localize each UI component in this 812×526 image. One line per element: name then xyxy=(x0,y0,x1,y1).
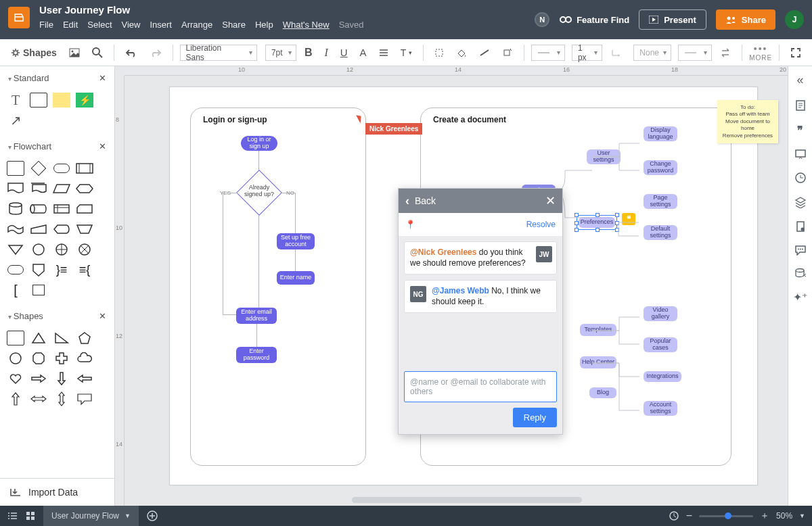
node-change-pw[interactable]: Change password xyxy=(644,160,677,175)
present-button[interactable]: Present xyxy=(639,9,706,30)
node-blog[interactable]: Blog xyxy=(589,387,616,398)
user-avatar[interactable]: J xyxy=(785,10,804,29)
swap-icon[interactable] xyxy=(716,45,735,60)
reply-button[interactable]: Reply xyxy=(513,408,557,427)
fullscreen-icon[interactable] xyxy=(786,45,805,61)
sh-cross[interactable] xyxy=(53,351,70,366)
fc-sum[interactable] xyxy=(53,242,70,257)
panel-page-icon[interactable] xyxy=(794,99,807,112)
app-logo[interactable] xyxy=(8,7,30,28)
sh-pent[interactable] xyxy=(76,331,93,345)
zoom-slider[interactable] xyxy=(699,515,753,517)
menu-share[interactable]: Share xyxy=(222,20,246,30)
fc-db[interactable] xyxy=(7,201,24,216)
sh-arrowr[interactable] xyxy=(30,371,47,386)
reply-input[interactable]: @name or @email to collaborate with othe… xyxy=(404,371,557,402)
menu-edit[interactable]: Edit xyxy=(63,20,78,30)
menu-view[interactable]: View xyxy=(122,20,141,30)
page-tab[interactable]: User Journey Flow▼ xyxy=(43,506,139,526)
more-button[interactable]: ••• MORE xyxy=(749,43,772,62)
fc-bracket[interactable]: [ xyxy=(7,283,24,297)
fc-conn[interactable] xyxy=(30,242,47,257)
import-data-button[interactable]: Import Data xyxy=(0,478,114,506)
fc-multidoc[interactable] xyxy=(30,181,47,196)
panel-history-icon[interactable] xyxy=(794,172,807,184)
line-style-icon[interactable] xyxy=(475,46,494,59)
node-entername[interactable]: Enter name xyxy=(277,271,315,285)
italic-icon[interactable]: I xyxy=(320,44,332,62)
magic-icon[interactable] xyxy=(498,45,517,60)
note-shape[interactable] xyxy=(53,93,70,107)
bold-icon[interactable]: B xyxy=(300,44,317,62)
node-video[interactable]: Video gallery xyxy=(644,306,677,321)
close-icon[interactable]: ✕ xyxy=(99,73,106,83)
node-password[interactable]: Enter password xyxy=(236,347,277,363)
close-icon[interactable]: ✕ xyxy=(99,311,106,321)
sh-arrowu[interactable] xyxy=(7,391,24,406)
close-icon[interactable]: ✕ xyxy=(99,141,106,151)
sh-cloud[interactable] xyxy=(76,351,93,366)
image-insert-icon[interactable] xyxy=(65,45,84,60)
shapes-button[interactable]: Shapes xyxy=(7,45,61,61)
zoom-in-icon[interactable]: ＋ xyxy=(760,510,769,522)
undo-icon[interactable] xyxy=(121,45,141,60)
fc-manual[interactable] xyxy=(76,222,93,237)
panel-comments-icon[interactable] xyxy=(794,245,807,256)
panel-style-icon[interactable] xyxy=(795,220,806,233)
align-icon[interactable] xyxy=(375,46,392,59)
sh-callout[interactable] xyxy=(76,391,93,406)
redo-icon[interactable] xyxy=(145,45,166,60)
fc-terminator[interactable] xyxy=(53,161,70,176)
sh-rtri[interactable] xyxy=(53,331,70,345)
close-icon[interactable]: ✕ xyxy=(545,193,556,208)
feature-find-button[interactable]: Feature Find xyxy=(559,15,629,25)
node-already-diamond[interactable]: Already signed up? xyxy=(236,170,282,216)
node-page-settings[interactable]: Page settings xyxy=(644,194,677,209)
rect-shape[interactable] xyxy=(30,93,47,107)
fc-term2[interactable] xyxy=(7,262,24,277)
node-integrations[interactable]: Integrations xyxy=(644,371,681,382)
sh-arrowlr[interactable] xyxy=(30,391,47,406)
menu-select[interactable]: Select xyxy=(87,20,112,30)
node-popular[interactable]: Popular cases xyxy=(644,337,677,352)
fc-display[interactable] xyxy=(53,222,70,237)
font-select[interactable]: Liberation Sans xyxy=(180,45,257,61)
text-options-icon[interactable]: T▾ xyxy=(397,45,417,61)
add-page-icon[interactable] xyxy=(147,510,158,521)
node-user-settings[interactable]: User settings xyxy=(587,149,621,164)
arrow-shape[interactable]: ↗ xyxy=(7,113,24,128)
node-login[interactable]: Log in or sign up xyxy=(241,136,277,151)
sh-tri[interactable] xyxy=(30,331,47,345)
resolve-button[interactable]: Resolve xyxy=(526,220,556,229)
fc-brace-l[interactable]: ≡{ xyxy=(76,262,93,277)
grid-view-icon[interactable] xyxy=(26,511,35,521)
panel-shapes[interactable]: Shapes ✕ xyxy=(0,304,114,328)
node-helpcenter[interactable]: Help Center xyxy=(580,356,616,368)
zoom-out-icon[interactable]: − xyxy=(686,510,692,522)
zoom-value[interactable]: 50% xyxy=(776,511,792,521)
fc-hex[interactable] xyxy=(76,181,93,196)
back-icon[interactable]: ‹ xyxy=(405,194,409,208)
menu-file[interactable]: File xyxy=(39,20,53,30)
fill-select[interactable]: None xyxy=(633,45,671,61)
sh-arrowud[interactable] xyxy=(53,391,70,406)
fc-intstore[interactable] xyxy=(53,201,70,216)
text-tool[interactable]: T xyxy=(7,93,24,107)
node-email[interactable]: Enter email address xyxy=(236,308,277,324)
share-button[interactable]: Share xyxy=(716,9,775,30)
scrollbar-horizontal[interactable] xyxy=(352,497,582,503)
doc-title[interactable]: User Journey Flow xyxy=(39,4,364,16)
node-display-lang[interactable]: Display language xyxy=(644,126,677,141)
fc-card[interactable] xyxy=(76,201,93,216)
panel-quote-icon[interactable]: ❞ xyxy=(797,124,803,137)
collaborator-badge[interactable]: N xyxy=(535,12,549,27)
comment-marker-icon[interactable]: ❝ xyxy=(622,213,635,225)
sh-heart[interactable] xyxy=(7,371,24,386)
line-dropdown[interactable] xyxy=(531,45,565,61)
collapse-rail-icon[interactable]: « xyxy=(796,73,803,87)
menu-whats-new[interactable]: What's New xyxy=(283,20,330,30)
menu-help[interactable]: Help xyxy=(255,20,273,30)
fc-offpage[interactable] xyxy=(30,262,47,277)
bolt-shape[interactable]: ⚡ xyxy=(76,93,93,107)
sh-oct[interactable] xyxy=(30,351,47,366)
